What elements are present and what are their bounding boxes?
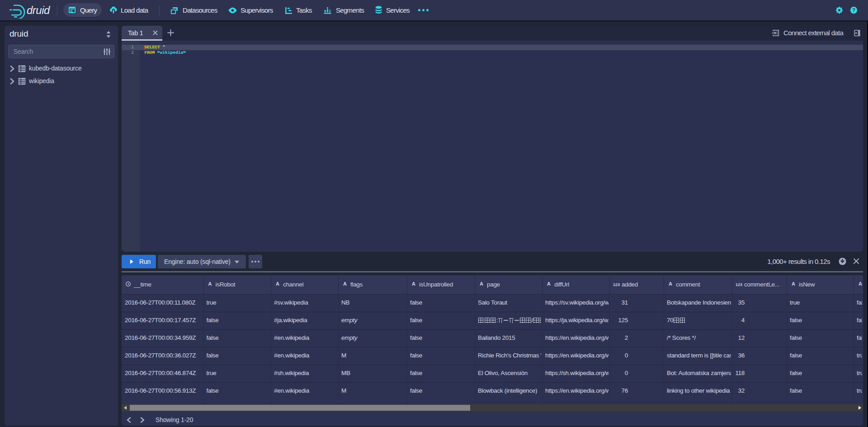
svg-text:?: ? <box>852 7 855 13</box>
